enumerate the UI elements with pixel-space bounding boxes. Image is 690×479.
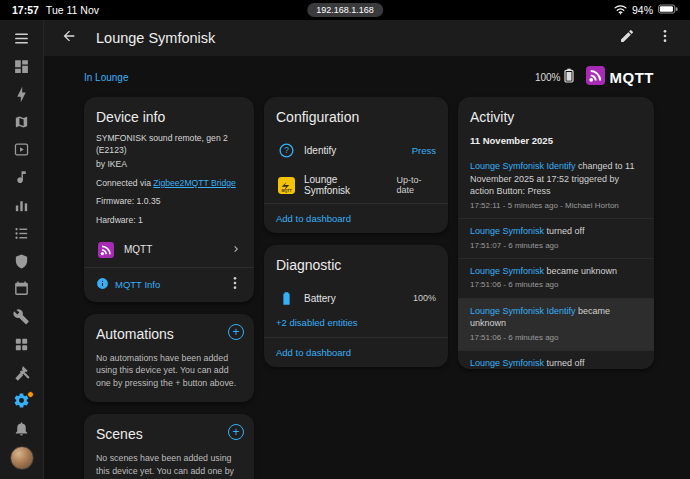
entity-link[interactable]: Lounge Symfonisk Identify	[470, 306, 576, 316]
identify-press-button[interactable]: Press	[412, 145, 436, 156]
chart-bars-icon	[13, 197, 30, 218]
sidebar-item-logbook[interactable]	[9, 223, 35, 248]
entity-link[interactable]: Lounge Symfonisk Identify	[470, 161, 576, 171]
entity-link[interactable]: Lounge Symfonisk	[470, 226, 544, 236]
wifi-icon	[614, 4, 627, 17]
device-model: SYMFONISK sound remote, gen 2 (E2123)	[84, 133, 254, 156]
area-link[interactable]: In Lounge	[84, 72, 129, 83]
mqtt-info-button[interactable]: MQTT Info	[96, 277, 224, 292]
zigbee2mqtt-bridge-link[interactable]: Zigbee2MQTT Bridge	[153, 178, 235, 188]
zigbee2mqtt-icon: MQTT	[276, 175, 296, 195]
sidebar-item-energy[interactable]	[9, 84, 35, 109]
scenes-title: Scenes	[84, 414, 228, 450]
add-automation-button[interactable]: +	[228, 324, 244, 340]
activity-date-header: 11 November 2025	[458, 133, 654, 154]
hamburger-icon	[13, 30, 30, 51]
mqtt-device-row[interactable]: MQTT	[84, 233, 254, 267]
sidebar-item-devtools[interactable]	[9, 362, 35, 387]
status-date: Tue 11 Nov	[46, 4, 99, 16]
svg-text:MQTT: MQTT	[281, 188, 292, 192]
battery-icon	[658, 4, 678, 16]
sidebar-item-notifications[interactable]	[9, 417, 35, 442]
sidebar-item-history[interactable]	[9, 195, 35, 220]
back-arrow-icon	[61, 28, 77, 48]
lightning-icon	[13, 86, 30, 107]
hardware-version: Hardware: 1	[84, 215, 254, 227]
update-entity-row[interactable]: MQTT Lounge Symfonisk Up-to-date	[264, 167, 448, 203]
chevron-right-icon	[230, 243, 242, 257]
battery-entity-row[interactable]: Battery 100%	[264, 281, 448, 315]
activity-card: Activity 11 November 2025 Lounge Symfoni…	[458, 97, 654, 369]
mqtt-info-label: MQTT Info	[115, 279, 160, 290]
device-info-title: Device info	[84, 97, 254, 133]
sidebar-item-user[interactable]	[9, 445, 35, 470]
device-battery-pct: 100%	[535, 72, 561, 83]
screen: 17:57 Tue 11 Nov 192.168.1.168 94%	[0, 0, 690, 479]
config-add-to-dashboard-link[interactable]: Add to dashboard	[264, 204, 448, 233]
bell-icon	[13, 420, 30, 441]
activity-entry[interactable]: Lounge Symfonisk Identify became unknown…	[458, 298, 654, 350]
entity-link[interactable]: Lounge Symfonisk	[470, 266, 544, 276]
sidebar-item-music[interactable]	[9, 167, 35, 192]
add-scene-button[interactable]: +	[228, 424, 244, 440]
sidebar-item-tools[interactable]	[9, 306, 35, 331]
wrench-icon	[13, 308, 30, 329]
dashboard-icon	[13, 58, 30, 79]
mqtt-info-menu-button[interactable]	[224, 274, 246, 296]
sidebar-item-security[interactable]	[9, 251, 35, 276]
entry-text: turned off	[544, 358, 584, 368]
mqtt-brand: MQTT	[586, 66, 655, 89]
ios-status-bar: 17:57 Tue 11 Nov 192.168.1.168 94%	[0, 0, 690, 20]
configuration-card: Configuration ? Identify Press MQTT Loun…	[264, 97, 448, 233]
identify-label: Identify	[304, 145, 336, 156]
calendar-icon	[13, 280, 30, 301]
overflow-menu-button[interactable]	[654, 27, 676, 49]
sidebar-item-settings[interactable]	[9, 390, 35, 415]
back-button[interactable]	[58, 27, 80, 49]
music-note-icon	[13, 169, 30, 190]
entity-link[interactable]: Lounge Symfonisk	[470, 358, 544, 368]
info-icon	[96, 277, 109, 292]
user-avatar	[10, 446, 34, 470]
sidebar	[0, 20, 44, 479]
scenes-card: Scenes + No scenes have been added using…	[84, 414, 254, 479]
update-status: Up-to-date	[396, 175, 436, 195]
svg-text:?: ?	[284, 145, 289, 155]
automations-empty-text: No automations have been added using thi…	[84, 350, 254, 402]
activity-entry[interactable]: Lounge Symfonisk became unknown 17:51:06…	[458, 258, 654, 298]
disabled-entities-link[interactable]: +2 disabled entities	[264, 315, 448, 337]
activity-entry[interactable]: Lounge Symfonisk turned off 17:51:07 - 6…	[458, 218, 654, 258]
battery-value: 100%	[413, 293, 436, 303]
entry-text: turned off	[544, 226, 584, 236]
automations-card: Automations + No automations have been a…	[84, 314, 254, 402]
mqtt-brand-text: MQTT	[610, 69, 655, 86]
shield-icon	[13, 253, 30, 274]
device-manufacturer: by IKEA	[84, 159, 254, 171]
entry-time: 17:51:07 - 6 minutes ago	[470, 240, 642, 251]
activity-entry[interactable]: Lounge Symfonisk Identify changed to 11 …	[458, 154, 654, 218]
sidebar-item-apps[interactable]	[9, 334, 35, 359]
device-battery-icon	[564, 68, 574, 87]
menu-button[interactable]	[9, 28, 35, 53]
activity-title: Activity	[458, 97, 654, 133]
page-title: Lounge Symfonisk	[96, 30, 215, 46]
diagnostic-card: Diagnostic Battery 100% +2 disabled enti…	[264, 245, 448, 367]
device-page: In Lounge 100% MQTT Device info SYMFONI	[44, 56, 690, 479]
app-bar: Lounge Symfonisk	[44, 20, 690, 56]
battery-label: Battery	[304, 293, 336, 304]
sidebar-item-overview[interactable]	[9, 56, 35, 81]
hammer-icon	[13, 364, 30, 385]
diag-add-to-dashboard-link[interactable]: Add to dashboard	[264, 338, 448, 367]
identify-entity-row[interactable]: ? Identify Press	[264, 133, 448, 167]
entry-text: became unknown	[544, 266, 617, 276]
apps-grid-icon	[13, 336, 30, 357]
sidebar-item-media[interactable]	[9, 139, 35, 164]
status-battery-pct: 94%	[632, 4, 653, 16]
activity-entry[interactable]: Lounge Symfonisk turned off 17:50:59 - 6…	[458, 350, 654, 369]
edit-device-button[interactable]	[616, 27, 638, 49]
sidebar-item-calendar[interactable]	[9, 278, 35, 303]
automations-title: Automations	[84, 314, 228, 350]
sidebar-item-map[interactable]	[9, 111, 35, 136]
identify-icon: ?	[276, 140, 296, 160]
pencil-icon	[619, 28, 635, 48]
